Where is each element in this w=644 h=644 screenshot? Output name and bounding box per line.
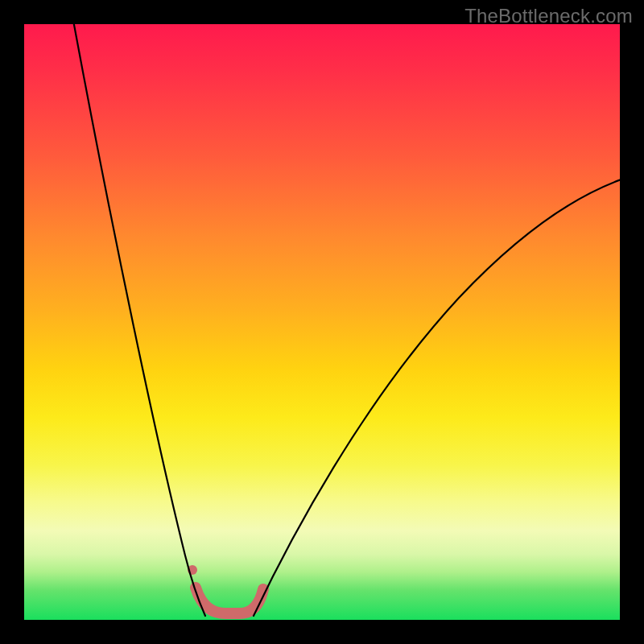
plot-area — [24, 24, 620, 620]
curve-layer — [24, 24, 620, 620]
watermark-text: TheBottleneck.com — [464, 5, 633, 27]
right-curve — [254, 177, 620, 616]
left-curve — [72, 24, 205, 616]
chart-frame: TheBottleneck.com — [0, 0, 644, 644]
valley-floor-highlight — [196, 588, 263, 613]
